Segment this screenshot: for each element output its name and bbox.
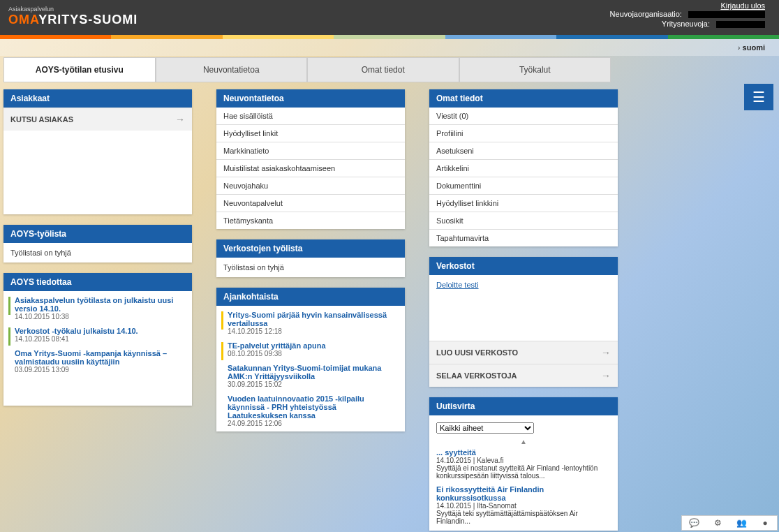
side-menu-button[interactable]: ☰ bbox=[744, 84, 773, 110]
nav-tietamyskanta[interactable]: Tietämyskanta bbox=[216, 212, 405, 229]
ajankohtaista-scroll[interactable]: Yritys-Suomi pärjää hyvin kansainvälises… bbox=[216, 306, 405, 431]
feed-meta: 14.10.2015 | Ilta-Sanomat bbox=[436, 502, 611, 510]
advisor-value-redacted bbox=[716, 21, 765, 28]
panel-neuvonta-header: Neuvontatietoa bbox=[216, 89, 405, 108]
logout-link[interactable]: Kirjaudu ulos bbox=[720, 1, 765, 10]
priority-bar-icon bbox=[221, 311, 223, 330]
news-item: Vuoden laatuinnovaatio 2015 -kilpailu kä… bbox=[219, 392, 402, 431]
arrow-right-icon: → bbox=[601, 370, 611, 381]
panel-tiedottaa-header: AOYS tiedottaa bbox=[3, 273, 192, 291]
nav-profiilini[interactable]: Profiilini bbox=[429, 125, 618, 142]
news-date: 24.09.2015 12:06 bbox=[228, 420, 398, 427]
uutisvirta-scroll[interactable]: Kaikki aiheet ▲ ... syytteitä 14.10.2015… bbox=[429, 415, 618, 531]
panel-uutisvirta: Uutisvirta Kaikki aiheet ▲ ... syytteitä… bbox=[429, 397, 618, 531]
advisor-label: Yritysneuvoja: bbox=[662, 20, 710, 28]
bottom-toolbar: 💬 ⚙ 👥 ● bbox=[681, 515, 778, 531]
nav-neuvojahaku[interactable]: Neuvojahaku bbox=[216, 177, 405, 195]
nav-neuvontapalvelut[interactable]: Neuvontapalvelut bbox=[216, 195, 405, 212]
invite-label: KUTSU ASIAKAS bbox=[10, 115, 73, 124]
arrow-right-icon: → bbox=[175, 114, 185, 125]
news-date: 14.10.2015 08:41 bbox=[15, 335, 185, 343]
logo-subtitle: Asiakaspalvelun bbox=[8, 6, 138, 13]
news-title[interactable]: Yritys-Suomi pärjää hyvin kansainvälises… bbox=[228, 311, 398, 327]
feed-desc: Syyttäjä ei nostanut syytteitä Air Finla… bbox=[436, 464, 611, 480]
nav-asetukseni[interactable]: Asetukseni bbox=[429, 142, 618, 160]
panel-omat: Omat tiedot Viestit (0) Profiilini Asetu… bbox=[429, 89, 618, 246]
panel-verkostot: Verkostot Deloitte testi LUO UUSI VERKOS… bbox=[429, 257, 618, 387]
nav-markkinatieto[interactable]: Markkinatieto bbox=[216, 142, 405, 160]
language-row: › suomi bbox=[0, 39, 779, 56]
feed-title[interactable]: Ei rikossyytteitä Air Finlandin konkurss… bbox=[436, 485, 611, 502]
feed-item: Ei rikossyytteitä Air Finlandin konkurss… bbox=[432, 482, 615, 528]
tab-neuvonta[interactable]: Neuvontatietoa bbox=[156, 57, 308, 82]
panel-neuvonta: Neuvontatietoa Hae sisällöistä Hyödyllis… bbox=[216, 89, 405, 229]
panel-verkostot-header: Verkostot bbox=[429, 257, 618, 275]
feed-topic-select[interactable]: Kaikki aiheet bbox=[436, 422, 534, 434]
news-date: 14.10.2015 10:38 bbox=[15, 313, 185, 320]
tab-home[interactable]: AOYS-työtilan etusivu bbox=[3, 57, 156, 82]
feed-title[interactable]: ... syytteitä bbox=[436, 448, 611, 457]
tab-tyokalut[interactable]: Työkalut bbox=[459, 57, 611, 82]
invite-customer-button[interactable]: KUTSU ASIAKAS → bbox=[3, 108, 192, 131]
feed-collapse-icon[interactable]: ▲ bbox=[432, 438, 615, 445]
feed-item: ... syytteitä 14.10.2015 | Kaleva.fi Syy… bbox=[432, 445, 615, 482]
nav-dokumenttini[interactable]: Dokumenttini bbox=[429, 177, 618, 195]
panel-ajankohtaista-header: Ajankohtaista bbox=[216, 288, 405, 306]
nav-tapahtumavirta[interactable]: Tapahtumavirta bbox=[429, 230, 618, 246]
nav-artikkelini[interactable]: Artikkelini bbox=[429, 160, 618, 177]
create-network-label: LUO UUSI VERKOSTO bbox=[436, 348, 518, 357]
tab-omat[interactable]: Omat tiedot bbox=[307, 57, 459, 82]
panel-tyolista-header: AOYS-työlista bbox=[3, 225, 192, 243]
news-date: 30.09.2015 15:02 bbox=[228, 380, 398, 388]
users-icon[interactable]: 👥 bbox=[729, 518, 753, 528]
nav-muistilistat[interactable]: Muistilistat asiakaskohtaamiseen bbox=[216, 160, 405, 177]
priority-bar-icon bbox=[8, 297, 10, 315]
status-dot-icon[interactable]: ● bbox=[753, 518, 777, 528]
nav-linkkini[interactable]: Hyödylliset linkkini bbox=[429, 195, 618, 212]
nav-viestit[interactable]: Viestit (0) bbox=[429, 108, 618, 125]
feed-meta: 14.10.2015 | Kaleva.fi bbox=[436, 457, 611, 464]
nav-hae-sisalloista[interactable]: Hae sisällöistä bbox=[216, 108, 405, 125]
org-label: Neuvojaorganisaatio: bbox=[610, 10, 682, 18]
news-title[interactable]: Verkostot -työkalu julkaistu 14.10. bbox=[15, 327, 185, 335]
panel-omat-header: Omat tiedot bbox=[429, 89, 618, 108]
lang-current[interactable]: suomi bbox=[743, 43, 765, 52]
arrow-right-icon: → bbox=[601, 347, 611, 358]
panel-verkostotyo: Verkostojen työlista Työlistasi on tyhjä bbox=[216, 239, 405, 277]
priority-bar-icon bbox=[8, 327, 10, 346]
nav-suosikit[interactable]: Suosikit bbox=[429, 212, 618, 230]
news-title[interactable]: Oma Yritys-Suomi -kampanja käynnissä – v… bbox=[15, 349, 185, 366]
news-title[interactable]: TE-palvelut yrittäjän apuna bbox=[228, 341, 398, 350]
nav-hyodylliset-linkit[interactable]: Hyödylliset linkit bbox=[216, 125, 405, 142]
header-info: Kirjaudu ulos Neuvojaorganisaatio: Yrity… bbox=[570, 1, 765, 29]
create-network-button[interactable]: LUO UUSI VERKOSTO → bbox=[429, 341, 618, 364]
logo-text: YRITYS-SUOMI bbox=[38, 13, 138, 27]
verkosto-link[interactable]: Deloitte testi bbox=[436, 281, 479, 289]
news-item: Asiakaspalvelun työtilasta on julkaistu … bbox=[6, 294, 189, 325]
panel-asiakkaat: Asiakkaat KUTSU ASIAKAS → bbox=[3, 89, 192, 214]
news-item: TE-palvelut yrittäjän apuna 08.10.2015 0… bbox=[219, 339, 402, 362]
logo-prefix: OMA bbox=[8, 13, 38, 27]
logo: Asiakaspalvelun OMAYRITYS-SUOMI bbox=[8, 6, 138, 27]
lang-prefix: › bbox=[738, 43, 741, 52]
news-item: Verkostot -työkalu julkaistu 14.10. 14.1… bbox=[6, 325, 189, 347]
news-title[interactable]: Asiakaspalvelun työtilasta on julkaistu … bbox=[15, 296, 185, 313]
gear-icon[interactable]: ⚙ bbox=[706, 518, 729, 528]
news-date: 08.10.2015 09:38 bbox=[228, 350, 398, 357]
hamburger-icon: ☰ bbox=[752, 89, 765, 105]
panel-asiakkaat-header: Asiakkaat bbox=[3, 89, 192, 108]
chat-icon[interactable]: 💬 bbox=[682, 518, 706, 528]
priority-bar-icon bbox=[221, 342, 223, 360]
panel-tyolista: AOYS-työlista Työlistasi on tyhjä bbox=[3, 225, 192, 263]
news-title[interactable]: Vuoden laatuinnovaatio 2015 -kilpailu kä… bbox=[228, 394, 398, 420]
browse-networks-button[interactable]: SELAA VERKOSTOJA → bbox=[429, 364, 618, 387]
org-value-redacted bbox=[688, 11, 765, 18]
panel-tiedottaa: AOYS tiedottaa Asiakaspalvelun työtilast… bbox=[3, 273, 192, 406]
tiedottaa-scroll[interactable]: Asiakaspalvelun työtilasta on julkaistu … bbox=[3, 291, 192, 380]
news-item: Oma Yritys-Suomi -kampanja käynnissä – v… bbox=[6, 347, 189, 378]
news-date: 14.10.2015 12:18 bbox=[228, 327, 398, 335]
logo-main: OMAYRITYS-SUOMI bbox=[8, 13, 138, 27]
news-title[interactable]: Satakunnan Yritys-Suomi-toimijat mukana … bbox=[228, 364, 398, 380]
main-tabs: AOYS-työtilan etusivu Neuvontatietoa Oma… bbox=[3, 57, 611, 82]
verkostotyo-empty: Työlistasi on tyhjä bbox=[216, 258, 405, 277]
